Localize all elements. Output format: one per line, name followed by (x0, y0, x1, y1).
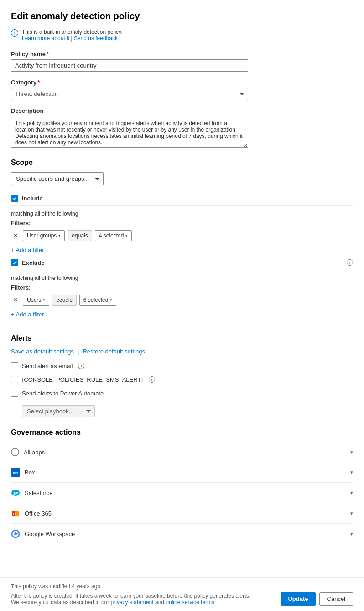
exclude-filter-operator: equals (52, 295, 76, 306)
exclude-add-filter-btn[interactable]: + Add a filter (11, 309, 44, 320)
salesforce-label: Salesforce (25, 490, 52, 496)
svg-text:BOX: BOX (13, 472, 18, 474)
alerts-title: Alerts (11, 334, 353, 342)
info-icon: i (11, 29, 18, 37)
page-title: Edit anomaly detection policy (11, 11, 353, 21)
box-icon: BOX (11, 468, 20, 477)
description-textarea[interactable]: This policy profiles your environment an… (11, 116, 248, 148)
cancel-button[interactable]: Cancel (319, 592, 353, 606)
sms-alert-checkbox[interactable] (11, 376, 18, 383)
include-filter-remove[interactable]: ✕ (11, 231, 20, 240)
include-add-filter-btn[interactable]: + Add a filter (11, 245, 44, 255)
send-email-row: Send alert as email i (11, 362, 353, 369)
footer-modified: This policy was modified 4 years ago (11, 583, 353, 590)
policy-name-label: Policy name* (11, 51, 353, 58)
box-label: Box (25, 469, 35, 476)
governance-section: Governance actions All apps ▾ BOX Box (11, 428, 353, 544)
salesforce-chevron: ▾ (350, 490, 353, 496)
include-filter-value[interactable]: 4 selected ▾ (95, 230, 132, 241)
footer-bar: This policy was modified 4 years ago Aft… (0, 577, 364, 611)
all-apps-chevron: ▾ (350, 449, 353, 455)
salesforce-icon: SF (11, 488, 20, 497)
footer-security: We secure your data as described in our … (11, 599, 250, 606)
description-group: Description This policy profiles your en… (11, 107, 353, 149)
power-automate-row: Send alerts to Power Automate (11, 390, 353, 397)
send-email-label: Send alert as email (22, 363, 73, 369)
footer-info: After the policy is created, it takes a … (11, 593, 250, 599)
feedback-link[interactable]: Send us feedback (74, 35, 118, 42)
exclude-filter-field[interactable]: Users ▾ (23, 295, 49, 306)
gov-item-all-apps[interactable]: All apps ▾ (11, 442, 353, 462)
exclude-checkbox[interactable] (11, 259, 18, 266)
svg-text:O: O (13, 512, 16, 516)
power-automate-checkbox[interactable] (11, 390, 18, 397)
scope-dropdown[interactable]: Specific users and groups... (11, 172, 104, 185)
scope-section: Specific users and groups... Include mat… (11, 172, 353, 320)
privacy-link[interactable]: privacy statement (111, 599, 154, 606)
all-apps-icon (11, 448, 19, 456)
send-email-checkbox[interactable] (11, 362, 18, 369)
gov-item-office365[interactable]: O Office 365 ▾ (11, 503, 353, 523)
exclude-filter-remove[interactable]: ✕ (11, 295, 20, 305)
google-chevron: ▾ (350, 531, 353, 537)
footer-actions: After the policy is created, it takes a … (11, 592, 353, 606)
include-matching-text: matching all of the following (11, 211, 353, 217)
gov-item-box[interactable]: BOX Box ▾ (11, 462, 353, 482)
office365-label: Office 365 (25, 510, 52, 517)
alerts-links: Save as default settings | Restore defau… (11, 348, 353, 355)
exclude-matching-text: matching all of the following (11, 275, 353, 281)
include-label: Include (22, 195, 43, 202)
exclude-info-icon[interactable]: i (347, 259, 353, 266)
info-banner: i This is a built-in anomaly detection p… (11, 29, 353, 42)
sms-alert-label: {CONSOLE_POLICIES_RULE_SMS_ALERT} (22, 376, 143, 383)
include-filter-row: ✕ User groups ▾ equals 4 selected ▾ (11, 230, 353, 241)
include-filter-field[interactable]: User groups ▾ (23, 230, 65, 241)
category-select[interactable]: Threat detection (11, 88, 248, 100)
svg-text:SF: SF (13, 491, 18, 495)
info-text: This is a built-in anomaly detection pol… (22, 29, 123, 42)
save-default-link[interactable]: Save as default settings (11, 348, 74, 355)
sms-alert-info-icon[interactable]: i (149, 376, 155, 383)
exclude-row: Exclude i (11, 255, 353, 270)
alerts-section: Alerts Save as default settings | Restor… (11, 334, 353, 417)
policy-name-group: Policy name* (11, 51, 353, 72)
include-filters-label: Filters: (11, 220, 353, 226)
exclude-filter-value[interactable]: 6 selected ▾ (79, 295, 117, 306)
svg-point-9 (14, 532, 17, 535)
scope-title: Scope (11, 158, 353, 167)
box-chevron: ▾ (350, 469, 353, 475)
office365-icon: O (11, 509, 20, 518)
playbook-select[interactable]: Select playbook... (22, 405, 95, 417)
gov-item-google[interactable]: Google Workspace ▾ (11, 523, 353, 544)
power-automate-label: Send alerts to Power Automate (22, 390, 104, 397)
exclude-filters-label: Filters: (11, 284, 353, 291)
category-group: Category* Threat detection (11, 79, 353, 100)
gov-item-salesforce[interactable]: SF Salesforce ▾ (11, 482, 353, 503)
include-filter-operator: equals (68, 230, 92, 241)
update-button[interactable]: Update (281, 592, 315, 606)
exclude-filter-row: ✕ Users ▾ equals 6 selected ▾ (11, 295, 353, 306)
description-label: Description (11, 107, 353, 114)
include-row: Include (11, 191, 353, 206)
learn-more-link[interactable]: Learn more about it (22, 35, 69, 42)
footer-btn-group: Update Cancel (281, 592, 353, 606)
office365-chevron: ▾ (350, 511, 353, 516)
all-apps-label: All apps (24, 449, 45, 456)
governance-title: Governance actions (11, 428, 353, 437)
exclude-label: Exclude (22, 259, 45, 266)
google-icon (11, 529, 20, 538)
sms-alert-row: {CONSOLE_POLICIES_RULE_SMS_ALERT} i (11, 376, 353, 383)
include-checkbox[interactable] (11, 195, 18, 202)
google-label: Google Workspace (25, 531, 75, 537)
policy-name-input[interactable] (11, 59, 248, 72)
category-label: Category* (11, 79, 353, 86)
restore-default-link[interactable]: Restore default settings (83, 348, 145, 355)
send-email-info-icon[interactable]: i (78, 363, 84, 369)
service-link[interactable]: online service terms (166, 599, 214, 606)
